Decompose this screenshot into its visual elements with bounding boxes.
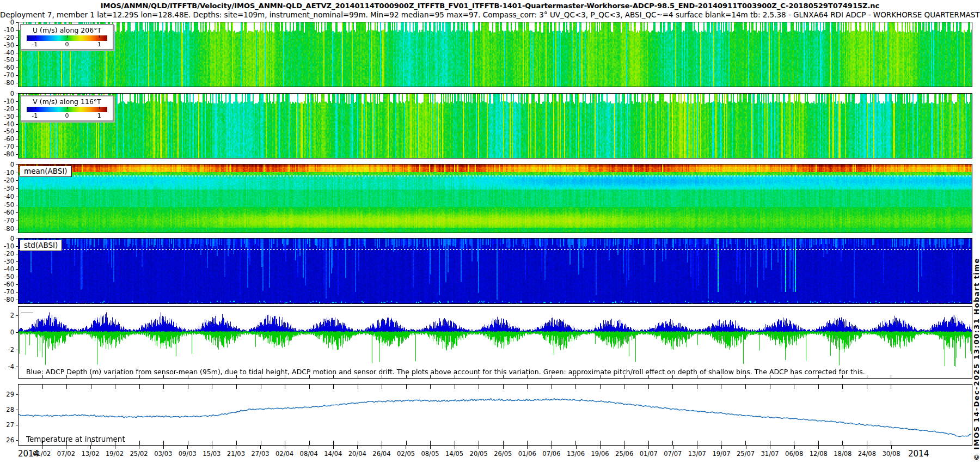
y-tick-mark [16, 300, 18, 300]
y-tick-label: 29 [0, 392, 14, 398]
x-tick-mark [721, 446, 722, 449]
x-tick-mark [42, 446, 42, 449]
x-tick-mark [600, 446, 601, 449]
y-tick-label: -30 [0, 42, 14, 49]
y-tick-mark [16, 75, 18, 76]
y-tick-label: -50 [0, 129, 14, 135]
x-tick-mark [867, 446, 867, 449]
y-tick-label: -60 [0, 282, 14, 288]
panel-u-velocity: U (m/s) along 206°T -1 0 1 [18, 22, 972, 87]
x-tick-mark [406, 446, 406, 449]
mean-absi-heatmap-canvas [19, 165, 972, 233]
x-tick-mark [285, 446, 285, 449]
y-tick-label: 26 [0, 437, 14, 444]
y-tick-mark [16, 154, 18, 155]
y-tick-label: -50 [0, 57, 14, 64]
y-tick-mark [16, 124, 18, 125]
y-tick-label: -40 [0, 194, 14, 200]
figure-title: IMOS/ANMN/QLD/ITFFTB/Velocity/IMOS_ANMN-… [0, 2, 980, 10]
u-legend-title: U (m/s) along 206°T [21, 26, 113, 35]
v-velocity-legend: V (m/s) along 116°T -1 0 1 [20, 95, 114, 121]
y-tick-mark [16, 180, 18, 181]
y-tick-mark [16, 60, 18, 60]
y-tick-mark [16, 101, 18, 102]
x-tick-mark [236, 446, 236, 449]
y-tick-mark [16, 147, 18, 147]
x-tick-mark [260, 446, 261, 449]
y-tick-mark [16, 109, 18, 109]
y-tick-label: -50 [0, 202, 14, 209]
x-tick-mark [357, 446, 358, 449]
y-tick-label: -70 [0, 218, 14, 224]
y-tick-mark [16, 188, 18, 189]
y-tick-mark [16, 350, 18, 350]
x-tick-mark [552, 446, 552, 449]
y-tick-mark [16, 221, 18, 221]
v-colorbar [27, 107, 107, 112]
y-tick-label: -20 [0, 178, 14, 184]
colorbar-tick-label: 0 [65, 112, 69, 119]
y-tick-label: -70 [0, 289, 14, 296]
u-colorbar [27, 35, 107, 41]
y-tick-mark [16, 53, 18, 53]
y-tick-mark [16, 284, 18, 285]
x-tick-mark [479, 446, 479, 449]
x-tick-mark [527, 446, 528, 449]
x-tick-mark [455, 446, 455, 449]
y-tick-mark [16, 68, 18, 68]
imos-watermark: © IMOS 14-Dec-2025 13:00:31 Hobart time [972, 258, 980, 461]
y-tick-mark [16, 440, 18, 441]
y-tick-label: -10 [0, 99, 14, 105]
std-absi-label: std(ABSI) [20, 240, 62, 251]
x-tick-mark [90, 446, 91, 449]
y-tick-mark [16, 94, 18, 94]
x-tick-mark [794, 446, 795, 449]
colorbar-tick [67, 107, 68, 109]
adcp-figure: IMOS/ANMN/QLD/ITFFTB/Velocity/IMOS_ANMN-… [0, 0, 980, 463]
y-tick-mark [16, 197, 18, 197]
y-tick-mark [16, 205, 18, 205]
x-axis-year-right: 2014 [908, 449, 929, 459]
y-tick-label: -70 [0, 144, 14, 150]
y-tick-label: -10 [0, 27, 14, 34]
colorbar-tick-label: -1 [32, 112, 38, 119]
panel-depth-variation: Blue: ADCP Depth (m) variation from sens… [18, 306, 972, 379]
y-tick-label: -80 [0, 297, 14, 303]
y-tick-label: -80 [0, 151, 14, 158]
x-tick-mark [333, 446, 334, 449]
temperature-label: Temperature at instrument [26, 435, 125, 443]
x-tick-mark [139, 446, 139, 449]
watermark-prefix: © IMOS [972, 425, 980, 461]
colorbar-tick-label: 0 [65, 41, 69, 48]
y-tick-label: 0 [0, 162, 14, 168]
y-tick-label: -80 [0, 226, 14, 233]
y-tick-label: -50 [0, 274, 14, 281]
y-tick-mark [16, 165, 18, 165]
y-tick-mark [16, 83, 18, 83]
x-tick-mark [163, 446, 164, 449]
x-tick-mark [430, 446, 431, 449]
u-velocity-heatmap-canvas [19, 22, 972, 87]
y-tick-mark [16, 254, 18, 254]
y-tick-mark [16, 410, 18, 410]
y-tick-label: 0 [0, 91, 14, 98]
y-tick-mark [16, 315, 18, 316]
colorbar-tick [35, 35, 35, 38]
mean-absi-label: mean(ABSI) [20, 166, 72, 177]
x-tick-mark [891, 446, 892, 449]
y-tick-mark [16, 261, 18, 262]
temperature-canvas [19, 385, 972, 445]
y-tick-mark [16, 239, 18, 239]
y-tick-mark [16, 131, 18, 132]
y-tick-mark [16, 425, 18, 425]
v-velocity-heatmap-canvas [19, 94, 972, 158]
x-tick-mark [648, 446, 649, 449]
x-tick-label: 30/08 [876, 450, 906, 458]
x-tick-mark [66, 446, 66, 449]
y-tick-label: -10 [0, 170, 14, 176]
y-tick-mark [16, 277, 18, 277]
watermark-datetime: 14-Dec-2025 13:00:31 Hobart time [972, 258, 980, 425]
depth-variation-caption: Blue: ADCP Depth (m) variation from sens… [26, 368, 865, 376]
y-tick-label: -60 [0, 136, 14, 143]
x-tick-mark [309, 446, 309, 449]
